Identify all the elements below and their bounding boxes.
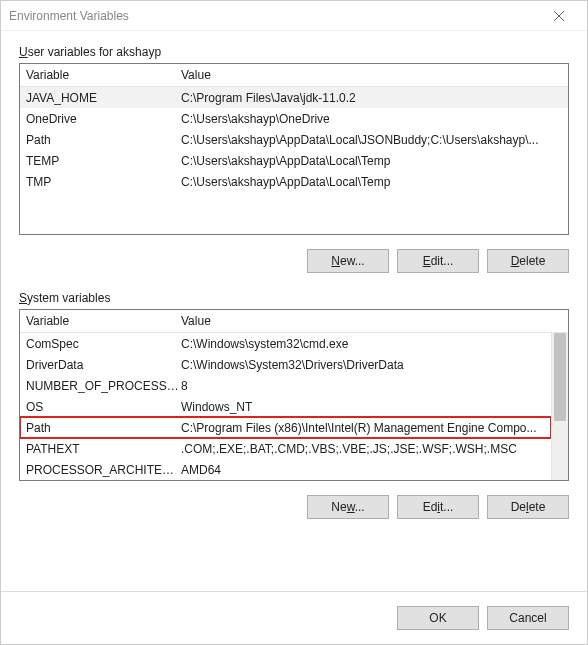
user-list-header: Variable Value: [20, 64, 568, 87]
system-list-header: Variable Value: [20, 310, 568, 333]
dialog-body: User variables for akshayp Variable Valu…: [1, 31, 587, 591]
col-header-variable[interactable]: Variable: [26, 68, 181, 82]
titlebar: Environment Variables: [1, 1, 587, 31]
user-edit-button[interactable]: Edit...: [397, 249, 479, 273]
system-list-body: ComSpec C:\Windows\system32\cmd.exe Driv…: [20, 333, 551, 480]
user-section-label: User variables for akshayp: [19, 45, 569, 59]
system-scrollbar[interactable]: [551, 333, 568, 480]
col-header-value[interactable]: Value: [181, 314, 562, 328]
col-header-value[interactable]: Value: [181, 68, 562, 82]
close-button[interactable]: [539, 1, 579, 31]
user-new-button[interactable]: New...: [307, 249, 389, 273]
list-row[interactable]: DriverData C:\Windows\System32\Drivers\D…: [20, 354, 551, 375]
system-buttons: New... Edit... Delete: [19, 495, 569, 519]
ok-button[interactable]: OK: [397, 606, 479, 630]
col-header-variable[interactable]: Variable: [26, 314, 181, 328]
user-buttons: New... Edit... Delete: [19, 249, 569, 273]
system-new-button[interactable]: New...: [307, 495, 389, 519]
list-row[interactable]: ComSpec C:\Windows\system32\cmd.exe: [20, 333, 551, 354]
cancel-button[interactable]: Cancel: [487, 606, 569, 630]
list-row[interactable]: TMP C:\Users\akshayp\AppData\Local\Temp: [20, 171, 568, 192]
list-row[interactable]: OneDrive C:\Users\akshayp\OneDrive: [20, 108, 568, 129]
user-variables-list[interactable]: Variable Value JAVA_HOME C:\Program File…: [19, 63, 569, 235]
list-row-path-highlighted[interactable]: Path C:\Program Files (x86)\Intel\Intel(…: [20, 417, 551, 438]
list-row[interactable]: PATHEXT .COM;.EXE;.BAT;.CMD;.VBS;.VBE;.J…: [20, 438, 551, 459]
user-delete-button[interactable]: Delete: [487, 249, 569, 273]
system-section-label: System variables: [19, 291, 569, 305]
dialog-footer: OK Cancel: [1, 591, 587, 644]
system-edit-button[interactable]: Edit...: [397, 495, 479, 519]
system-delete-button[interactable]: Delete: [487, 495, 569, 519]
user-list-body: JAVA_HOME C:\Program Files\Java\jdk-11.0…: [20, 87, 568, 234]
list-row[interactable]: OS Windows_NT: [20, 396, 551, 417]
list-row[interactable]: NUMBER_OF_PROCESSORS 8: [20, 375, 551, 396]
list-row[interactable]: PROCESSOR_ARCHITECTURE AMD64: [20, 459, 551, 480]
list-row[interactable]: TEMP C:\Users\akshayp\AppData\Local\Temp: [20, 150, 568, 171]
env-vars-dialog: Environment Variables User variables for…: [0, 0, 588, 645]
list-row[interactable]: Path C:\Users\akshayp\AppData\Local\JSON…: [20, 129, 568, 150]
scroll-thumb[interactable]: [554, 333, 566, 421]
list-row[interactable]: JAVA_HOME C:\Program Files\Java\jdk-11.0…: [20, 87, 568, 108]
close-icon: [554, 11, 564, 21]
window-title: Environment Variables: [9, 9, 539, 23]
system-variables-list[interactable]: Variable Value ComSpec C:\Windows\system…: [19, 309, 569, 481]
